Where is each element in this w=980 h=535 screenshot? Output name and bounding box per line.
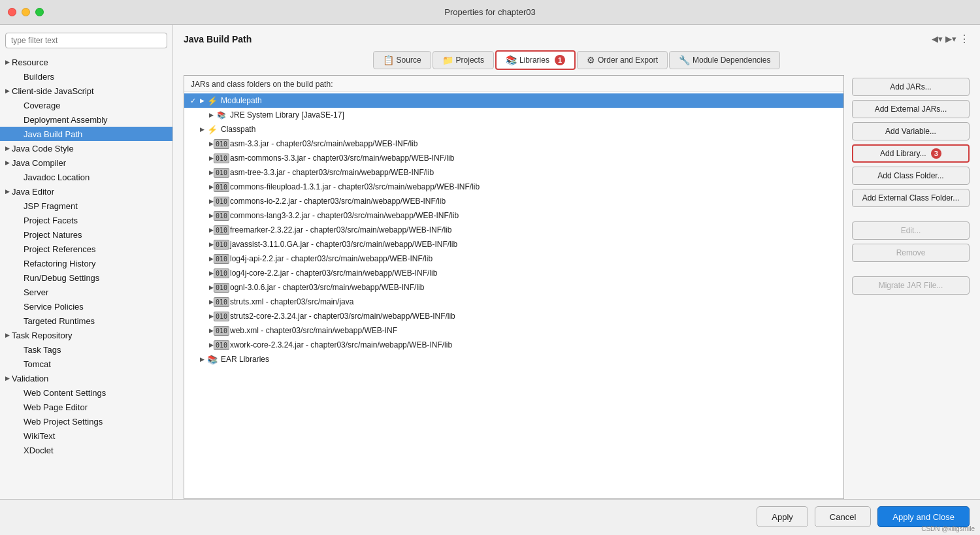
back-icon[interactable]: ◀▾ (932, 34, 943, 44)
filter-input[interactable] (5, 33, 167, 48)
sidebar-item-rundebug-settings[interactable]: Run/Debug Settings (0, 270, 172, 285)
sidebar-item-refactoring-history[interactable]: Refactoring History (0, 256, 172, 270)
tree-item-label: Modulepath (221, 96, 262, 105)
sidebar-item-label: Web Content Settings (24, 388, 167, 398)
tree-item-icon: 010 (216, 196, 227, 206)
tree-item[interactable]: ▶010struts.xml - chapter03/src/main/java (184, 295, 843, 309)
tree-item[interactable]: ▶010freemarker-2.3.22.jar - chapter03/sr… (184, 223, 843, 237)
sidebar-item-xdoclet[interactable]: XDoclet (0, 443, 172, 457)
tree-item[interactable]: ▶📚JRE System Library [JavaSE-17] (184, 108, 843, 122)
sidebar-item-web-page-editor[interactable]: Web Page Editor (0, 400, 172, 414)
tree-item[interactable]: ▶010xwork-core-2.3.24.jar - chapter03/sr… (184, 338, 843, 352)
tree-item[interactable]: ▶010commons-io-2.2.jar - chapter03/src/m… (184, 194, 843, 208)
sidebar-item-project-natures[interactable]: Project Natures (0, 227, 172, 242)
sidebar-item-wikitext[interactable]: WikiText (0, 429, 172, 443)
content-header: Java Build Path ◀▾ ▶▾ ⋮ (173, 25, 980, 50)
tree-expand-arrow: ▶ (206, 112, 216, 118)
filter-wrap (0, 29, 172, 54)
tree-item[interactable]: ▶010asm-3.3.jar - chapter03/src/main/web… (184, 137, 843, 151)
action-button-add-library[interactable]: Add Library... 3 (852, 144, 970, 163)
sidebar-item-service-policies[interactable]: Service Policies (0, 299, 172, 314)
tree-item[interactable]: ▶010commons-fileupload-1.3.1.jar - chapt… (184, 180, 843, 194)
buildpath-tree: ✓▶⚡Modulepath▶📚JRE System Library [JavaS… (184, 92, 843, 498)
sidebar-item-targeted-runtimes[interactable]: Targeted Runtimes (0, 314, 172, 328)
action-button-add-class-folder[interactable]: Add Class Folder... (852, 167, 970, 185)
sidebar-item-task-repository[interactable]: ▶Task Repository (0, 328, 172, 342)
tab-libraries[interactable]: 📚Libraries1 (495, 50, 576, 70)
sidebar-item-label: Deployment Assembly (24, 115, 167, 125)
tab-source[interactable]: 📋Source (373, 51, 431, 69)
sidebar-item-project-facets[interactable]: Project Facets (0, 213, 172, 227)
tree-item-icon: 010 (216, 182, 227, 192)
tree-item-label: ognl-3.0.6.jar - chapter03/src/main/weba… (230, 283, 424, 292)
tree-item[interactable]: ▶010asm-tree-3.3.jar - chapter03/src/mai… (184, 165, 843, 180)
tab-module-dependencies[interactable]: 🔧Module Dependencies (669, 51, 780, 69)
tab-label: Module Dependencies (693, 56, 770, 65)
tree-item[interactable]: ▶010log4j-api-2.2.jar - chapter03/src/ma… (184, 251, 843, 266)
sidebar-item-task-tags[interactable]: Task Tags (0, 342, 172, 357)
action-button-add-external-class-folder[interactable]: Add External Class Folder... (852, 189, 970, 207)
sidebar-item-web-project-settings[interactable]: Web Project Settings (0, 414, 172, 429)
sidebar-item-builders[interactable]: Builders (0, 69, 172, 84)
tree-item[interactable]: ▶010javassist-3.11.0.GA.jar - chapter03/… (184, 237, 843, 251)
tab-icon: 📚 (506, 55, 517, 65)
action-button-migrate-jar-file[interactable]: Migrate JAR File... (852, 276, 970, 295)
sidebar-item-resource[interactable]: ▶Resource (0, 55, 172, 69)
tree-item-icon: 010 (216, 282, 227, 293)
sidebar-item-java-code-style[interactable]: ▶Java Code Style (0, 141, 172, 155)
tree-item-icon: 010 (216, 210, 227, 221)
sidebar-item-jsp-fragment[interactable]: JSP Fragment (0, 199, 172, 213)
tree-item[interactable]: ▶⚡Classpath (184, 122, 843, 137)
forward-icon[interactable]: ▶▾ (945, 34, 956, 44)
sidebar-item-web-content-settings[interactable]: Web Content Settings (0, 385, 172, 400)
sidebar-item-label: Service Policies (24, 302, 167, 312)
tree-item[interactable]: ▶010web.xml - chapter03/src/main/webapp/… (184, 323, 843, 338)
close-button[interactable] (8, 8, 16, 16)
window-title: Properties for chapter03 (444, 7, 535, 17)
sidebar-item-javadoc-location[interactable]: Javadoc Location (0, 170, 172, 184)
tab-order-and-export[interactable]: ⚙Order and Export (577, 51, 668, 69)
expand-arrow: ▶ (3, 188, 12, 195)
tree-item[interactable]: ▶010log4j-core-2.2.jar - chapter03/src/m… (184, 266, 843, 280)
tree-item-label: JRE System Library [JavaSE-17] (230, 110, 344, 120)
cancel-button[interactable]: Cancel (815, 506, 871, 527)
tree-item[interactable]: ▶010struts2-core-2.3.24.jar - chapter03/… (184, 309, 843, 323)
tree-item[interactable]: ✓▶⚡Modulepath (184, 93, 843, 108)
action-button-add-jars[interactable]: Add JARs... (852, 78, 970, 96)
tree-item[interactable]: ▶010asm-commons-3.3.jar - chapter03/src/… (184, 151, 843, 165)
sidebar-item-client-side-javascript[interactable]: ▶Client-side JavaScript (0, 84, 172, 98)
tree-item[interactable]: ▶010commons-lang3-3.2.jar - chapter03/sr… (184, 208, 843, 223)
action-button-remove[interactable]: Remove (852, 244, 970, 262)
tree-item[interactable]: ▶010ognl-3.0.6.jar - chapter03/src/main/… (184, 280, 843, 295)
sidebar-item-label: Task Tags (24, 345, 167, 355)
sidebar-item-server[interactable]: Server (0, 285, 172, 299)
apply-button[interactable]: Apply (757, 506, 808, 527)
action-button-add-external-jars[interactable]: Add External JARs... (852, 100, 970, 118)
tree-item-label: asm-commons-3.3.jar - chapter03/src/main… (230, 154, 454, 163)
sidebar-item-label: Project Facets (24, 216, 167, 225)
check-mark: ✓ (188, 97, 197, 105)
sidebar-item-tomcat[interactable]: Tomcat (0, 357, 172, 371)
apply-close-button[interactable]: Apply and Close (877, 506, 970, 527)
sidebar-item-project-references[interactable]: Project References (0, 242, 172, 256)
maximize-button[interactable] (35, 8, 44, 16)
sidebar-item-label: Project Natures (24, 230, 167, 240)
sidebar-item-coverage[interactable]: Coverage (0, 98, 172, 112)
action-button-edit[interactable]: Edit... (852, 221, 970, 240)
action-button-add-variable[interactable]: Add Variable... (852, 122, 970, 140)
tree-item[interactable]: ▶📚EAR Libraries (184, 352, 843, 366)
sidebar-item-validation[interactable]: ▶Validation (0, 371, 172, 385)
titlebar: Properties for chapter03 (0, 0, 980, 25)
sidebar-item-java-build-path[interactable]: Java Build Path (0, 127, 172, 141)
menu-icon[interactable]: ⋮ (959, 33, 970, 45)
sidebar-item-java-editor[interactable]: ▶Java Editor (0, 184, 172, 199)
sidebar-item-deployment-assembly[interactable]: Deployment Assembly (0, 112, 172, 127)
sidebar-item-java-compiler[interactable]: ▶Java Compiler (0, 155, 172, 170)
button-spacer (852, 211, 970, 218)
tree-item-label: freemarker-2.3.22.jar - chapter03/src/ma… (230, 225, 451, 235)
tree-item-label: commons-io-2.2.jar - chapter03/src/main/… (230, 197, 446, 206)
main-panel: JARs and class folders on the build path… (173, 75, 980, 499)
tab-projects[interactable]: 📁Projects (433, 51, 494, 69)
minimize-button[interactable] (22, 8, 30, 16)
tab-badge: 1 (555, 55, 565, 65)
